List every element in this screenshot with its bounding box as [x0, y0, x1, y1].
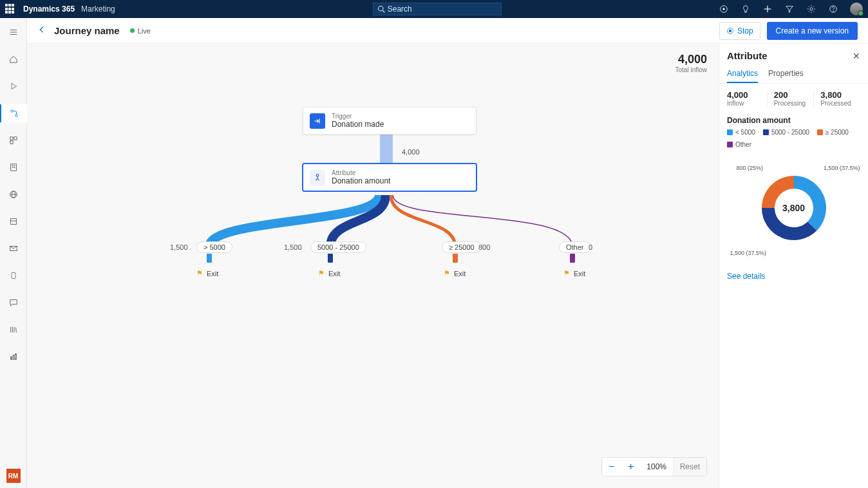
gear-icon[interactable]	[806, 4, 816, 14]
branch-count: 0	[589, 243, 592, 251]
svg-point-16	[15, 115, 17, 117]
flag-icon: ⚑	[563, 269, 570, 277]
donut-label-2: 800 (25%)	[737, 165, 764, 171]
global-topbar: Dynamics 365 Marketing Search	[0, 0, 868, 18]
search-placeholder: Search	[388, 5, 412, 14]
branch-pill[interactable]: > 5000	[196, 241, 232, 253]
nav-home-icon[interactable]	[0, 50, 27, 68]
plus-icon[interactable]	[762, 4, 773, 14]
trigger-out-count: 4,000	[402, 148, 420, 156]
attribute-icon	[310, 170, 325, 185]
nav-data-icon[interactable]	[0, 212, 27, 230]
svg-rect-26	[10, 219, 16, 225]
app-launcher-icon[interactable]	[5, 4, 15, 14]
panel-title: Attribute	[727, 50, 768, 61]
chart-title: Donation amount	[719, 113, 868, 129]
svg-point-8	[810, 8, 813, 10]
exit-label: Exit	[328, 270, 340, 277]
nav-library-icon[interactable]	[0, 321, 27, 339]
panel-metric: 4,000Inflow	[727, 90, 767, 107]
total-inflow: 4,000 Total inflow	[675, 53, 707, 73]
trigger-node[interactable]: Trigger Donation made	[303, 107, 476, 135]
nav-forms-icon[interactable]	[0, 158, 27, 176]
branch-pill[interactable]: Other	[559, 241, 591, 253]
stop-label: Stop	[737, 26, 753, 35]
nav-play-icon[interactable]	[0, 77, 27, 95]
svg-rect-34	[10, 357, 12, 359]
nav-mail-icon[interactable]	[0, 239, 27, 258]
zoom-controls: − + 100% Reset	[601, 457, 707, 476]
svg-line-33	[15, 328, 16, 333]
svg-rect-38	[729, 30, 731, 32]
tab-properties[interactable]: Properties	[768, 65, 804, 83]
help-icon[interactable]	[828, 4, 838, 14]
global-search[interactable]: Search	[373, 3, 502, 15]
branch-connector	[570, 254, 575, 263]
nav-journey-icon[interactable]	[0, 104, 27, 122]
filter-icon[interactable]	[784, 4, 795, 14]
stop-icon	[726, 27, 734, 35]
svg-rect-18	[14, 137, 16, 140]
nav-menu-icon[interactable]	[0, 23, 27, 41]
legend-item: Other	[727, 141, 751, 148]
total-inflow-label: Total inflow	[675, 66, 707, 73]
status-pill: Live	[130, 27, 151, 35]
target-icon[interactable]	[719, 4, 729, 14]
branch-pill[interactable]: ≥ 25000	[442, 241, 482, 253]
branch-connector	[328, 254, 333, 263]
trigger-name: Donation made	[332, 120, 384, 129]
exit-label: Exit	[207, 270, 218, 277]
brand-name: Dynamics 365	[23, 5, 75, 14]
exit-label: Exit	[454, 270, 466, 277]
svg-point-10	[833, 11, 834, 12]
legend-item: ≥ 25000	[817, 129, 849, 136]
create-version-button[interactable]: Create a new version	[767, 22, 858, 40]
left-nav: RM	[0, 18, 27, 488]
zoom-reset-button[interactable]: Reset	[673, 458, 706, 476]
zoom-in-button[interactable]: +	[621, 458, 641, 476]
status-dot-icon	[130, 28, 135, 33]
exit-node[interactable]: ⚑Exit	[563, 269, 585, 277]
svg-line-1	[382, 10, 384, 12]
svg-rect-35	[13, 355, 14, 359]
journey-canvas[interactable]: 4,000 Total inflow	[27, 44, 719, 488]
branch-pill[interactable]: 5000 - 25000	[310, 241, 366, 253]
trigger-icon	[310, 113, 325, 129]
svg-point-0	[378, 6, 383, 12]
attribute-node[interactable]: Attribute Donation amount	[303, 164, 476, 191]
tab-analytics[interactable]: Analytics	[727, 65, 758, 83]
svg-rect-39	[380, 134, 393, 166]
topbar-right-icons	[719, 3, 863, 15]
panel-metric: 200Processing	[767, 90, 814, 107]
svg-point-15	[10, 110, 13, 113]
flag-icon: ⚑	[318, 269, 325, 277]
donut-center-value: 3,800	[782, 203, 805, 213]
nav-bar-icon[interactable]	[0, 348, 27, 366]
svg-marker-14	[12, 84, 17, 89]
user-avatar[interactable]	[850, 3, 863, 15]
exit-node[interactable]: ⚑Exit	[444, 269, 466, 277]
back-button[interactable]	[37, 25, 46, 37]
zoom-out-button[interactable]: −	[602, 458, 621, 476]
nav-segments-icon[interactable]	[0, 131, 27, 149]
total-inflow-value: 4,000	[675, 53, 707, 66]
page-title: Journey name	[54, 25, 120, 36]
svg-rect-19	[10, 141, 12, 144]
exit-node[interactable]: ⚑Exit	[196, 269, 218, 277]
nav-globe-icon[interactable]	[0, 185, 27, 203]
exit-node[interactable]: ⚑Exit	[318, 269, 340, 277]
svg-point-3	[722, 8, 725, 10]
stop-button[interactable]: Stop	[719, 22, 760, 40]
nav-chat-icon[interactable]	[0, 294, 27, 312]
branch-connector	[207, 254, 212, 263]
persona-badge[interactable]: RM	[6, 469, 21, 483]
see-details-link[interactable]: See details	[719, 263, 868, 290]
branch-count: 1,500	[170, 243, 188, 251]
panel-close-button[interactable]: ✕	[853, 51, 860, 61]
lightbulb-icon[interactable]	[741, 4, 751, 14]
branch-connector	[453, 254, 458, 263]
attribute-name: Donation amount	[332, 176, 390, 185]
branch-count: 1,500	[284, 243, 302, 251]
flag-icon: ⚑	[196, 269, 203, 277]
nav-mobile-icon[interactable]	[0, 267, 27, 285]
